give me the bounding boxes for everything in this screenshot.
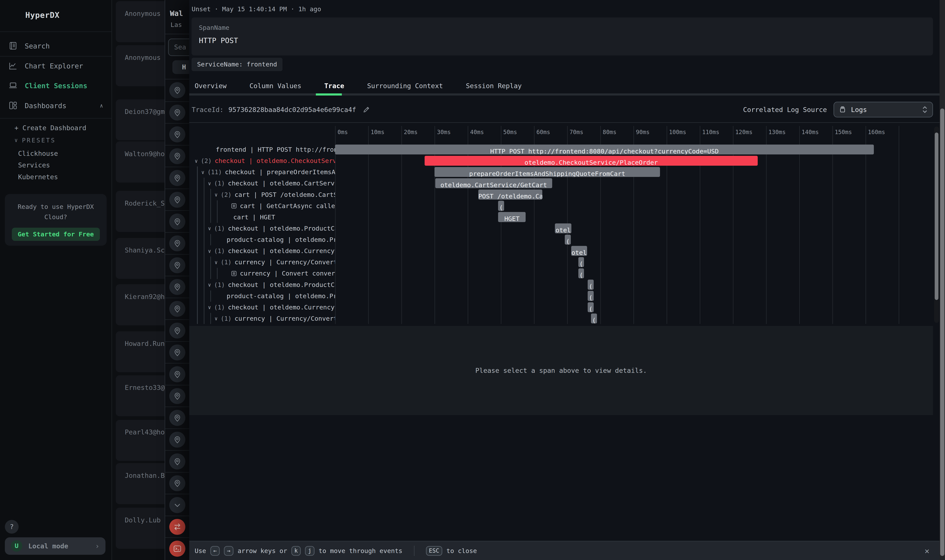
- chevron-down-icon[interactable]: ∨: [195, 158, 198, 164]
- trace-tree-row[interactable]: ∨(1)checkout | oteldemo.CurrencySe…: [189, 302, 335, 313]
- session-card[interactable]: Jonathan.B: [116, 463, 165, 504]
- pin-icon[interactable]: [169, 432, 185, 448]
- waterfall-scrollbar-thumb[interactable]: [935, 132, 939, 300]
- trace-span-bar[interactable]: otel: [555, 223, 571, 233]
- tab-trace[interactable]: Trace: [324, 82, 344, 90]
- waterfall-scrollbar[interactable]: [934, 126, 939, 323]
- session-card[interactable]: Roderick_S: [116, 191, 165, 232]
- chevron-down-icon[interactable]: ∨: [214, 315, 218, 322]
- window-scrollbar[interactable]: [940, 0, 945, 560]
- tab-surrounding-context[interactable]: Surrounding Context: [367, 82, 443, 90]
- chevron-down-icon[interactable]: [169, 497, 185, 513]
- trace-tree-row[interactable]: ∨(1)checkout | oteldemo.ProductCat…: [189, 279, 335, 290]
- chevron-down-icon[interactable]: ∨: [208, 225, 211, 231]
- session-card[interactable]: Shaniya.Sc: [116, 238, 165, 279]
- pin-icon[interactable]: [169, 323, 185, 338]
- chevron-down-icon[interactable]: ∨: [201, 169, 204, 175]
- presets-toggle[interactable]: ∨ PRESETS: [15, 137, 56, 144]
- tab-column-values[interactable]: Column Values: [250, 82, 302, 90]
- trace-span-bar[interactable]: HGET: [498, 212, 526, 222]
- session-card[interactable]: Ernesto33@: [116, 375, 165, 416]
- trace-span-bar[interactable]: (: [588, 280, 594, 289]
- pin-icon[interactable]: [169, 235, 185, 251]
- close-icon[interactable]: ✕: [925, 546, 929, 555]
- pin-icon[interactable]: [169, 301, 185, 317]
- pin-icon[interactable]: [169, 475, 185, 491]
- pin-icon[interactable]: [169, 126, 185, 142]
- service-name-badge[interactable]: ServiceName: frontend: [191, 58, 282, 71]
- chevron-down-icon[interactable]: ∨: [214, 192, 218, 198]
- trace-tree-row[interactable]: currency | Convert convers…: [189, 268, 335, 279]
- tab-session-replay[interactable]: Session Replay: [466, 82, 522, 90]
- sidebar-item-chart-explorer[interactable]: Chart Explorer: [0, 56, 111, 76]
- detail-search-input[interactable]: Sea: [168, 38, 189, 56]
- chevron-down-icon[interactable]: ∨: [214, 259, 218, 265]
- pin-icon[interactable]: [169, 214, 185, 229]
- chevron-down-icon[interactable]: ∨: [208, 248, 211, 254]
- trace-span-bar[interactable]: (: [591, 314, 597, 323]
- pin-icon[interactable]: [169, 148, 185, 164]
- trace-span-bar[interactable]: POST /oteldemo.Cart: [478, 189, 542, 199]
- session-card[interactable]: Walton9@ho: [116, 142, 165, 182]
- session-card[interactable]: Kieran92@h: [116, 284, 165, 325]
- session-card[interactable]: Pearl43@ho: [116, 420, 165, 461]
- preset-item-kubernetes[interactable]: Kubernetes: [18, 171, 105, 183]
- trace-tree-row[interactable]: ∨(1)currency | Currency/Convert: [189, 313, 335, 324]
- preset-item-clickhouse[interactable]: Clickhouse: [18, 148, 105, 160]
- chevron-down-icon[interactable]: ∨: [208, 180, 211, 186]
- pin-icon[interactable]: [169, 366, 185, 382]
- trace-span-bar[interactable]: oteldemo.CheckoutService/PlaceOrder: [425, 156, 758, 166]
- trace-tree-row[interactable]: ∨(2)checkout | oteldemo.CheckoutServic…: [189, 155, 335, 166]
- chevron-down-icon[interactable]: ∨: [208, 304, 211, 310]
- window-scrollbar-thumb[interactable]: [940, 109, 944, 556]
- trace-tree-row[interactable]: ∨(1)checkout | oteldemo.ProductCat…: [189, 223, 335, 234]
- local-mode-button[interactable]: U Local mode ›: [5, 537, 105, 555]
- trace-span-bar[interactable]: (: [578, 268, 584, 278]
- session-card[interactable]: Anonymous: [116, 1, 165, 42]
- tab-overview[interactable]: Overview: [195, 82, 227, 90]
- trace-span-bar[interactable]: (: [578, 257, 584, 267]
- trace-span-bar[interactable]: prepareOrderItemsAndShippingQuoteFromCar…: [435, 167, 660, 177]
- chevron-down-icon[interactable]: ∨: [208, 282, 211, 288]
- trace-tree-row[interactable]: cart | HGET: [189, 212, 335, 223]
- sidebar-item-search[interactable]: Search: [0, 36, 111, 56]
- edit-icon[interactable]: [363, 106, 370, 113]
- trace-tree-row[interactable]: product-catalog | oteldemo.Prod…: [189, 234, 335, 245]
- trace-span-bar[interactable]: HTTP POST http://frontend:8080/api/check…: [335, 145, 874, 154]
- preset-item-services[interactable]: Services: [18, 159, 105, 171]
- terminal-icon[interactable]: [169, 541, 185, 557]
- detail-filter-button[interactable]: H: [173, 60, 189, 74]
- pin-icon[interactable]: [169, 257, 185, 273]
- swap-arrows-icon[interactable]: [169, 519, 185, 535]
- create-dashboard-button[interactable]: + Create Dashboard: [15, 124, 86, 132]
- trace-tree-row[interactable]: product-catalog | oteldemo.Prod…: [189, 291, 335, 302]
- trace-span-bar[interactable]: (: [565, 235, 571, 245]
- trace-tree-row[interactable]: ∨(2)cart | POST /oteldemo.CartSe…: [189, 189, 335, 200]
- pin-icon[interactable]: [169, 279, 185, 295]
- session-card[interactable]: Deion37@gm: [116, 99, 165, 140]
- pin-icon[interactable]: [169, 170, 185, 186]
- trace-span-bar[interactable]: otel: [571, 246, 587, 256]
- trace-tree-row[interactable]: cart | GetCartAsync called…: [189, 200, 335, 212]
- log-source-select[interactable]: Logs: [834, 102, 933, 117]
- pin-icon[interactable]: [169, 454, 185, 469]
- trace-tree-row[interactable]: ∨(1)currency | Currency/Convert: [189, 257, 335, 268]
- trace-span-bar[interactable]: (: [498, 201, 504, 211]
- pin-icon[interactable]: [169, 410, 185, 426]
- pin-icon[interactable]: [169, 82, 185, 98]
- session-card[interactable]: Dolly.Lub: [116, 508, 165, 549]
- pin-icon[interactable]: [169, 345, 185, 360]
- session-card[interactable]: Howard.Run: [116, 331, 165, 372]
- pin-icon[interactable]: [169, 192, 185, 208]
- trace-tree-row[interactable]: ∨(1)checkout | oteldemo.CartServic…: [189, 178, 335, 189]
- trace-tree-row[interactable]: frontend | HTTP POST http://frontend:…: [189, 144, 335, 155]
- help-button[interactable]: ?: [5, 520, 18, 534]
- pin-icon[interactable]: [169, 388, 185, 404]
- trace-tree-row[interactable]: ∨(11)checkout | prepareOrderItemsAnd…: [189, 166, 335, 178]
- sidebar-item-client-sessions[interactable]: Client Sessions: [0, 76, 111, 96]
- trace-span-bar[interactable]: oteldemo.CartService/GetCart: [435, 178, 552, 188]
- session-card[interactable]: Anonymous: [116, 45, 165, 86]
- get-started-button[interactable]: Get Started for Free: [12, 228, 100, 241]
- trace-span-bar[interactable]: (: [588, 291, 594, 301]
- trace-span-bar[interactable]: (: [588, 302, 594, 312]
